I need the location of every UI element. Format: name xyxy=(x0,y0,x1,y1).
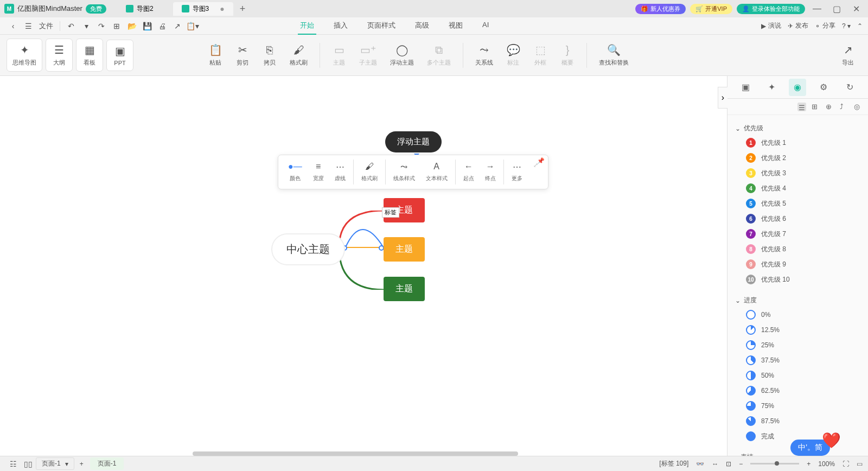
page-tab[interactable]: 页面-1 xyxy=(90,457,124,470)
tab-add-button[interactable]: + xyxy=(240,3,246,15)
zoom-slider[interactable] xyxy=(750,463,799,464)
progress-item[interactable]: 12.5% xyxy=(746,322,860,338)
progress-item[interactable]: 87.5% xyxy=(746,413,860,429)
ctx-color-button[interactable]: ●―颜色 xyxy=(283,160,308,184)
priority-item[interactable]: 5优先级 5 xyxy=(746,196,860,211)
maximize-button[interactable]: ▢ xyxy=(829,1,844,16)
heart-mascot-icon[interactable]: ❤️ xyxy=(822,431,841,449)
help-button[interactable]: ? ▾ xyxy=(842,22,851,30)
read-mode-icon[interactable]: 👓 xyxy=(696,460,704,468)
layers-icon[interactable]: ☷ xyxy=(7,457,20,470)
ctx-startpoint-button[interactable]: ←起点 xyxy=(458,160,480,184)
panel-tab-history[interactable]: ↻ xyxy=(841,79,858,96)
panel-add-icon[interactable]: ⊕ xyxy=(826,103,834,111)
ribbon-tab-insert[interactable]: 插入 xyxy=(331,17,350,35)
ctx-linestyle-button[interactable]: ⤳线条样式 xyxy=(388,160,420,184)
progress-item[interactable]: 75% xyxy=(746,398,860,413)
horizontal-scrollbar[interactable] xyxy=(193,451,518,456)
ribbon-tab-view[interactable]: 视图 xyxy=(446,17,465,35)
save-icon[interactable]: 💾 xyxy=(141,20,154,33)
zoom-out-button[interactable]: − xyxy=(739,460,743,468)
fit-width-icon[interactable]: ↔ xyxy=(712,460,718,468)
fit-page-icon[interactable]: ⊡ xyxy=(726,460,731,468)
find-replace-button[interactable]: 🔍查找和替换 xyxy=(592,40,635,70)
new-icon[interactable]: ⊞ xyxy=(110,20,123,33)
export-button[interactable]: ↗导出 xyxy=(834,40,861,70)
import-icon[interactable]: 📋▾ xyxy=(186,20,199,33)
ribbon-tab-start[interactable]: 开始 xyxy=(298,17,316,35)
ctx-format-button[interactable]: 🖌格式刷 xyxy=(356,160,383,184)
panel-collapse-button[interactable]: › xyxy=(718,87,727,109)
canvas-container[interactable]: 浮动主题 📌 ●―颜色 ≡宽度 ⋯虚线 🖌格式刷 ⤳线条样式 A文本样式 ←起点… xyxy=(0,76,727,456)
priority-item[interactable]: 3优先级 3 xyxy=(746,166,860,181)
back-icon[interactable]: ‹ xyxy=(7,20,20,33)
collapse-panel-icon[interactable]: ▭ xyxy=(857,460,863,468)
selected-connector[interactable] xyxy=(345,211,384,249)
view-kanban-button[interactable]: ▦看板 xyxy=(76,39,103,72)
ctx-dash-button[interactable]: ⋯虚线 xyxy=(329,160,351,184)
central-topic-node[interactable]: 中心主题 xyxy=(271,233,345,265)
progress-section-header[interactable]: ⌄ 进度 xyxy=(735,294,860,307)
panel-tab-settings[interactable]: ⚙ xyxy=(815,79,832,96)
view-mindmap-button[interactable]: ✦思维导图 xyxy=(7,39,42,72)
priority-section-header[interactable]: ⌄ 优先级 xyxy=(735,122,860,135)
format-painter-button[interactable]: 🖌格式刷 xyxy=(283,40,314,70)
open-icon[interactable]: 📂 xyxy=(125,20,138,33)
ctx-endpoint-button[interactable]: →终点 xyxy=(480,160,501,184)
menu-icon[interactable]: ☰ xyxy=(22,20,35,33)
paste-button[interactable]: 📋粘贴 xyxy=(202,40,229,70)
publish-button[interactable]: ✈ 发布 xyxy=(788,21,808,30)
minimize-button[interactable]: — xyxy=(809,1,825,16)
topic-node-green[interactable]: 主题 xyxy=(384,277,425,301)
undo-icon[interactable]: ↶ xyxy=(65,20,78,33)
view-ppt-button[interactable]: ▣PPT xyxy=(106,40,133,71)
priority-item[interactable]: 1优先级 1 xyxy=(746,135,860,150)
progress-item[interactable]: 25% xyxy=(746,338,860,353)
print-icon[interactable]: 🖨 xyxy=(156,20,169,33)
ctx-width-button[interactable]: ≡宽度 xyxy=(308,160,329,184)
progress-item[interactable]: 37.5% xyxy=(746,353,860,368)
add-page-button[interactable]: + xyxy=(80,460,84,468)
panel-list-icon[interactable]: ☰ xyxy=(797,103,806,111)
panel-view-icon[interactable]: ◎ xyxy=(854,103,863,111)
fullscreen-icon[interactable]: ⛶ xyxy=(843,460,849,468)
topic-node-yellow[interactable]: 主题 xyxy=(384,237,425,262)
pin-icon[interactable]: 📌 xyxy=(537,157,545,164)
floating-topic-node[interactable]: 浮动主题 xyxy=(385,131,442,152)
priority-item[interactable]: 8优先级 8 xyxy=(746,241,860,257)
share-button[interactable]: ⚬ 分享 xyxy=(815,21,835,30)
present-button[interactable]: ▶ 演说 xyxy=(761,21,781,30)
page-selector[interactable]: 页面-1 ▾ xyxy=(36,457,74,470)
panel-tab-marker[interactable]: ◉ xyxy=(789,79,806,96)
ribbon-tab-ai[interactable]: AI xyxy=(480,17,491,35)
priority-item[interactable]: 2优先级 2 xyxy=(746,150,860,166)
undo-dropdown-icon[interactable]: ▾ xyxy=(80,20,93,33)
panel-grid-icon[interactable]: ⊞ xyxy=(812,103,820,111)
relation-button[interactable]: ⤳关系线 xyxy=(469,40,500,70)
progress-item[interactable]: 62.5% xyxy=(746,383,860,398)
zoom-in-button[interactable]: + xyxy=(807,460,810,468)
tab-item-active[interactable]: 导图3 ● xyxy=(173,2,233,16)
floating-topic-button[interactable]: ◯浮动主题 xyxy=(384,40,420,70)
login-badge[interactable]: 👤 登录体验全部功能 xyxy=(737,4,805,14)
copy-button[interactable]: ⎘拷贝 xyxy=(256,40,283,70)
ribbon-tab-advanced[interactable]: 高级 xyxy=(413,17,431,35)
export-icon[interactable]: ↗ xyxy=(171,20,184,33)
vip-badge[interactable]: 🛒 开通VIP xyxy=(690,4,732,14)
priority-item[interactable]: 10优先级 10 xyxy=(746,272,860,287)
tab-item[interactable]: 导图2 xyxy=(117,2,162,16)
connector-label[interactable]: 标签 xyxy=(382,207,399,218)
priority-item[interactable]: 6优先级 6 xyxy=(746,211,860,226)
cut-button[interactable]: ✂剪切 xyxy=(229,40,256,70)
progress-item[interactable]: 50% xyxy=(746,368,860,383)
redo-icon[interactable]: ↷ xyxy=(95,20,108,33)
priority-item[interactable]: 4优先级 4 xyxy=(746,181,860,196)
view-outline-button[interactable]: ☰大纲 xyxy=(46,39,73,72)
progress-item[interactable]: 0% xyxy=(746,307,860,322)
ctx-more-button[interactable]: ⋯更多 xyxy=(506,160,528,184)
ribbon-tab-pagestyle[interactable]: 页面样式 xyxy=(365,17,398,35)
collapse-ribbon-icon[interactable]: ⌃ xyxy=(857,22,863,30)
coupon-badge[interactable]: 🎁 新人优惠券 xyxy=(635,4,686,14)
ctx-textstyle-button[interactable]: A文本样式 xyxy=(420,160,453,184)
pages-icon[interactable]: ▯▯ xyxy=(22,457,35,470)
